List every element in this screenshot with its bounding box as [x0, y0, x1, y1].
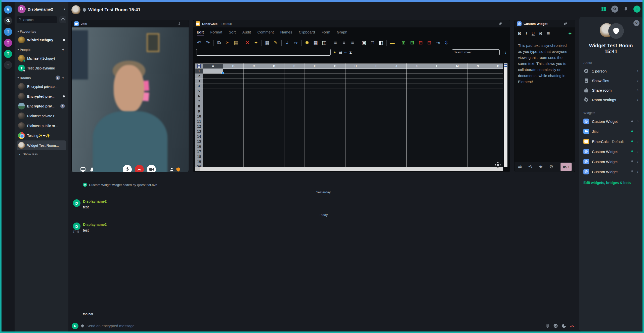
cell-K10[interactable] — [407, 114, 427, 119]
cell-L17[interactable] — [427, 149, 447, 154]
widget-added-event[interactable]: D Custom Widget widget added by @test:ri… — [83, 183, 157, 187]
column-header-H[interactable]: H — [346, 64, 366, 69]
cell-K2[interactable] — [407, 74, 427, 79]
pin-icon[interactable] — [630, 140, 634, 143]
row-header-2[interactable]: 2 — [195, 74, 203, 79]
cell-A6[interactable] — [203, 94, 223, 99]
cell-G6[interactable] — [325, 94, 346, 99]
cell-G12[interactable] — [325, 124, 346, 129]
copy-icon[interactable]: ⧉ — [216, 40, 222, 46]
about-row-files[interactable]: Show files› — [583, 76, 638, 85]
cell-L5[interactable] — [427, 89, 447, 94]
cell-G15[interactable] — [325, 139, 346, 144]
cell-F10[interactable] — [305, 114, 325, 119]
cell-H16[interactable] — [346, 144, 366, 149]
explore-rooms-button[interactable] — [59, 16, 66, 23]
cell-H14[interactable] — [346, 134, 366, 139]
cell-K14[interactable] — [407, 134, 427, 139]
widget-options-icon[interactable]: ⋯ — [504, 22, 507, 26]
cell-I19[interactable] — [366, 159, 386, 164]
pad-import-export-icon[interactable]: ⇄ — [518, 164, 522, 170]
cell-J20[interactable] — [386, 164, 407, 167]
cell-F17[interactable] — [305, 149, 325, 154]
cell-I6[interactable] — [366, 94, 386, 99]
cell-C14[interactable] — [244, 134, 264, 139]
cell-H3[interactable] — [346, 79, 366, 84]
cell-K1[interactable] — [407, 69, 427, 74]
cell-E4[interactable] — [284, 84, 305, 89]
align-left-icon[interactable]: ≡ — [332, 40, 338, 46]
room-list-item[interactable]: Encrypted private... — [17, 82, 66, 91]
cell-A14[interactable] — [203, 134, 223, 139]
formula-wand-icon[interactable]: ✦ — [333, 50, 336, 55]
cell-E1[interactable] — [284, 69, 305, 74]
cell-A8[interactable] — [203, 104, 223, 109]
cell-O5[interactable] — [488, 89, 503, 94]
cell-A18[interactable] — [203, 154, 223, 159]
sheet-search-input[interactable] — [452, 49, 500, 55]
room-info-button[interactable]: i — [633, 6, 640, 13]
cell-M9[interactable] — [447, 109, 468, 114]
cell-D10[interactable] — [264, 114, 284, 119]
pin-icon[interactable] — [630, 170, 634, 174]
cell-J9[interactable] — [386, 109, 407, 114]
align-center-icon[interactable]: ≡ — [341, 40, 347, 46]
cell-H2[interactable] — [346, 74, 366, 79]
cell-D3[interactable] — [264, 79, 284, 84]
cell-E5[interactable] — [284, 89, 305, 94]
user-avatar[interactable]: D — [18, 5, 26, 13]
cell-B6[interactable] — [223, 94, 244, 99]
cell-L3[interactable] — [427, 79, 447, 84]
cell-L10[interactable] — [427, 114, 447, 119]
row-header-1[interactable]: 1 — [195, 69, 203, 74]
sheet-corner-save[interactable] — [195, 64, 203, 69]
cell-C5[interactable] — [244, 89, 264, 94]
cell-I1[interactable] — [366, 69, 386, 74]
cell-N14[interactable] — [468, 134, 488, 139]
cell-F5[interactable] — [305, 89, 325, 94]
cell-G16[interactable] — [325, 144, 346, 149]
delete-column-icon[interactable]: ⊟ — [426, 40, 432, 46]
column-header-L[interactable]: L — [427, 64, 447, 69]
cell-G20[interactable] — [325, 164, 346, 167]
edit-cell-icon[interactable]: ✎ — [273, 40, 279, 46]
cell-L12[interactable] — [427, 124, 447, 129]
cell-H13[interactable] — [346, 129, 366, 134]
cell-N18[interactable] — [468, 154, 488, 159]
avatar[interactable]: D — [73, 223, 80, 230]
cell-G9[interactable] — [325, 109, 346, 114]
swap-colors-icon[interactable]: ◧ — [378, 40, 384, 46]
cell-O11[interactable] — [488, 119, 503, 124]
row-header-17[interactable]: 17 — [195, 149, 203, 154]
cell-M1[interactable] — [447, 69, 468, 74]
cell-L8[interactable] — [427, 104, 447, 109]
widget-row[interactable]: Custom Widget› — [583, 157, 638, 167]
cell-H5[interactable] — [346, 89, 366, 94]
pad-settings-gear-icon[interactable]: ⚙ — [549, 164, 553, 170]
cell-F4[interactable] — [305, 84, 325, 89]
cell-D11[interactable] — [264, 119, 284, 124]
pad-add-button[interactable]: + — [568, 30, 572, 37]
message-body[interactable]: test — [83, 205, 578, 209]
row-header-11[interactable]: 11 — [195, 119, 203, 124]
cell-C3[interactable] — [244, 79, 264, 84]
row-header-19[interactable]: 19 — [195, 159, 203, 164]
cell-O16[interactable] — [488, 144, 503, 149]
cell-M4[interactable] — [447, 84, 468, 89]
attachment-button[interactable] — [545, 323, 550, 328]
cell-B1[interactable] — [223, 69, 244, 74]
cell-D18[interactable] — [264, 154, 284, 159]
avatar[interactable]: D — [73, 199, 80, 207]
cell-O6[interactable] — [488, 94, 503, 99]
cell-O9[interactable] — [488, 109, 503, 114]
cell-B10[interactable] — [223, 114, 244, 119]
scroll-thumb[interactable] — [504, 64, 507, 65]
search-room-button[interactable] — [611, 6, 618, 13]
user-menu[interactable]: D Displayname2 ▾ — [17, 5, 66, 16]
cell-G4[interactable] — [325, 84, 346, 89]
cell-G3[interactable] — [325, 79, 346, 84]
format-wand-icon[interactable]: ✦ — [253, 40, 259, 46]
ethercalc-menu-audit[interactable]: Audit — [242, 30, 251, 36]
cell-F3[interactable] — [305, 79, 325, 84]
cell-A19[interactable] — [203, 159, 223, 164]
